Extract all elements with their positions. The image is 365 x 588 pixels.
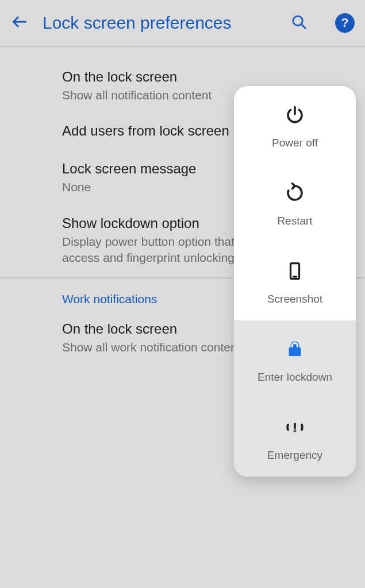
power-menu-label: Power off [272,137,318,149]
emergency-item[interactable]: Emergency [234,399,356,477]
power-menu-label: Screenshot [267,293,322,305]
power-menu-label: Emergency [267,449,322,462]
enter-lockdown-item[interactable]: Enter lockdown [234,320,356,399]
restart-item[interactable]: Restart [234,164,356,242]
power-menu-label: Enter lockdown [258,371,332,384]
screenshot-item[interactable]: Screenshot [234,242,356,320]
power-menu-label: Restart [277,215,312,227]
power-icon [283,103,306,126]
power-menu: Power off Restart Screenshot Enter lockd… [234,86,356,477]
lock-icon [283,338,306,361]
emergency-icon [283,416,306,439]
restart-icon [283,181,306,204]
screenshot-icon [283,260,306,283]
svg-point-7 [294,430,295,431]
power-off-item[interactable]: Power off [234,86,356,164]
